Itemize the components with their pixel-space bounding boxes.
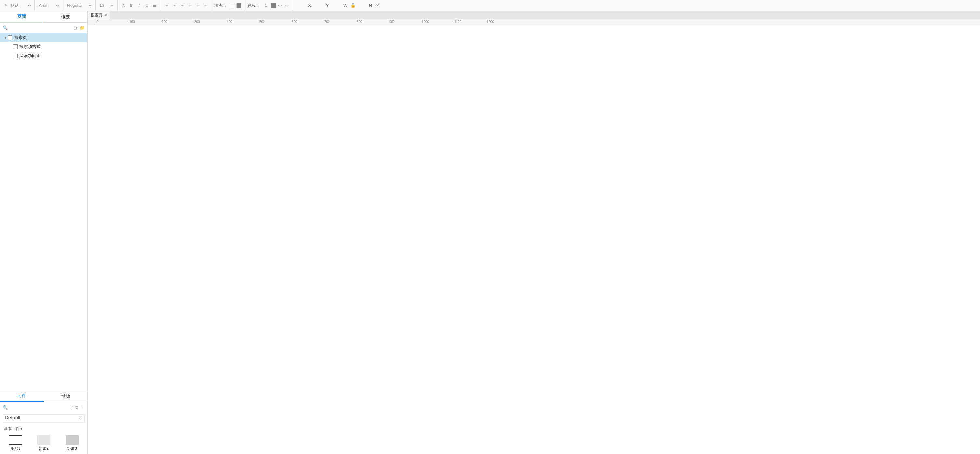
coord-x-input[interactable] [295, 3, 308, 8]
canvas-area: 0100200300400500600700800900100011001200… [88, 19, 980, 25]
italic-icon[interactable]: I [136, 2, 142, 9]
coord-h-input[interactable] [356, 3, 369, 8]
underline-icon[interactable]: U [144, 2, 150, 9]
font-weight-select[interactable]: Regular [66, 2, 92, 10]
font-size-select[interactable]: 13 [98, 2, 115, 10]
align-top-icon[interactable]: ═ [187, 2, 193, 9]
line-label: 线段： [248, 3, 260, 8]
document-tab[interactable]: 搜索页 × [88, 11, 110, 19]
text-color-icon[interactable]: A [120, 2, 127, 9]
ruler-horizontal: 0100200300400500600700800900100011001200 [88, 19, 980, 25]
tab-outline[interactable]: 概要 [44, 11, 88, 22]
line-style-icon[interactable]: ⋯ [277, 2, 283, 9]
align-bottom-icon[interactable]: ═ [202, 2, 209, 9]
align-middle-icon[interactable]: ═ [195, 2, 201, 9]
style-preset-select[interactable]: 默认 [9, 2, 32, 10]
align-left-icon[interactable]: ≡ [164, 2, 170, 9]
list-icon[interactable]: ☰ [151, 2, 158, 9]
line-color-swatch[interactable] [270, 3, 276, 8]
align-right-icon[interactable]: ≡ [179, 2, 186, 9]
fill-solid-swatch[interactable] [236, 3, 242, 8]
fill-none-swatch[interactable] [230, 3, 235, 8]
edit-style-icon[interactable]: ✎ [3, 2, 9, 9]
align-center-icon[interactable]: ≡ [171, 2, 178, 9]
coord-w-input[interactable] [331, 3, 344, 8]
ruler-origin[interactable] [88, 19, 94, 25]
bold-icon[interactable]: B [128, 2, 135, 9]
coord-y-input[interactable] [313, 3, 326, 8]
close-tab-icon[interactable]: × [105, 13, 107, 17]
document-tab-bar: 搜索页 × [88, 11, 980, 19]
fill-label: 填充： [215, 3, 227, 8]
left-sidebar: 页面 概要 🔍 ⊞ 📁 ▼ 搜索页 搜索项格式 搜索项间距 元件 母版 [0, 11, 88, 25]
lock-aspect-icon[interactable]: 🔓 [350, 2, 356, 9]
visibility-icon[interactable]: 👁 [374, 2, 380, 9]
line-width-input[interactable] [262, 3, 270, 8]
tab-pages[interactable]: 页面 [0, 11, 44, 22]
top-toolbar: ✎ 默认 Arial Regular 13 A B I U ☰ ≡ ≡ ≡ ═ … [0, 0, 980, 11]
font-family-select[interactable]: Arial [37, 2, 60, 10]
line-arrow-icon[interactable]: ↔ [283, 2, 290, 9]
